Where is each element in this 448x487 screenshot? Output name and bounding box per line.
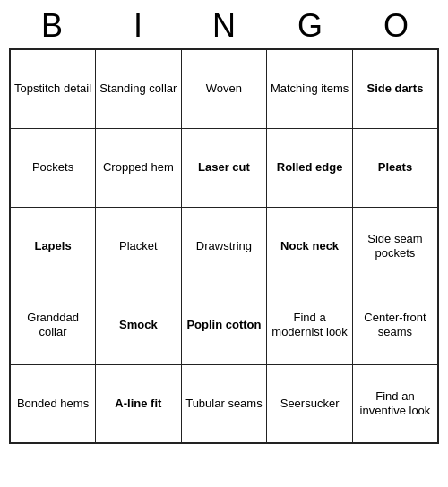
bingo-letter: B: [13, 7, 91, 45]
bingo-cell: Lapels: [10, 207, 96, 286]
bingo-cell: Poplin cotton: [181, 286, 267, 364]
table-row: Bonded hemsA-line fitTubular seamsSeersu…: [10, 364, 438, 443]
bingo-cell: Find a modernist look: [267, 286, 353, 364]
bingo-letter: I: [99, 7, 177, 45]
bingo-cell: Drawstring: [181, 207, 267, 286]
bingo-cell: Woven: [181, 49, 267, 128]
bingo-cell: Pockets: [10, 128, 96, 207]
bingo-cell: Side darts: [352, 49, 438, 128]
bingo-header: BINGO: [9, 0, 439, 48]
bingo-cell: Tubular seams: [181, 364, 267, 443]
bingo-cell: Matching items: [267, 49, 353, 128]
bingo-letter: G: [271, 7, 349, 45]
bingo-cell: Side seam pockets: [352, 207, 438, 286]
bingo-cell: Rolled edge: [267, 128, 353, 207]
bingo-cell: Granddad collar: [10, 286, 96, 364]
bingo-letter: O: [357, 7, 435, 45]
bingo-cell: Bonded hems: [10, 364, 96, 443]
bingo-cell: Cropped hem: [96, 128, 182, 207]
bingo-cell: Smock: [96, 286, 182, 364]
bingo-grid: Topstitch detailStanding collarWovenMatc…: [9, 48, 439, 444]
table-row: Granddad collarSmockPoplin cottonFind a …: [10, 286, 438, 364]
bingo-cell: Nock neck: [267, 207, 353, 286]
bingo-cell: Laser cut: [181, 128, 267, 207]
bingo-cell: Pleats: [352, 128, 438, 207]
bingo-cell: A-line fit: [96, 364, 182, 443]
table-row: Topstitch detailStanding collarWovenMatc…: [10, 49, 438, 128]
bingo-cell: Standing collar: [96, 49, 182, 128]
bingo-cell: Seersucker: [267, 364, 353, 443]
bingo-cell: Center-front seams: [352, 286, 438, 364]
table-row: LapelsPlacketDrawstringNock neckSide sea…: [10, 207, 438, 286]
bingo-cell: Placket: [96, 207, 182, 286]
bingo-letter: N: [185, 7, 263, 45]
table-row: PocketsCropped hemLaser cutRolled edgePl…: [10, 128, 438, 207]
bingo-cell: Find an inventive look: [352, 364, 438, 443]
bingo-cell: Topstitch detail: [10, 49, 96, 128]
